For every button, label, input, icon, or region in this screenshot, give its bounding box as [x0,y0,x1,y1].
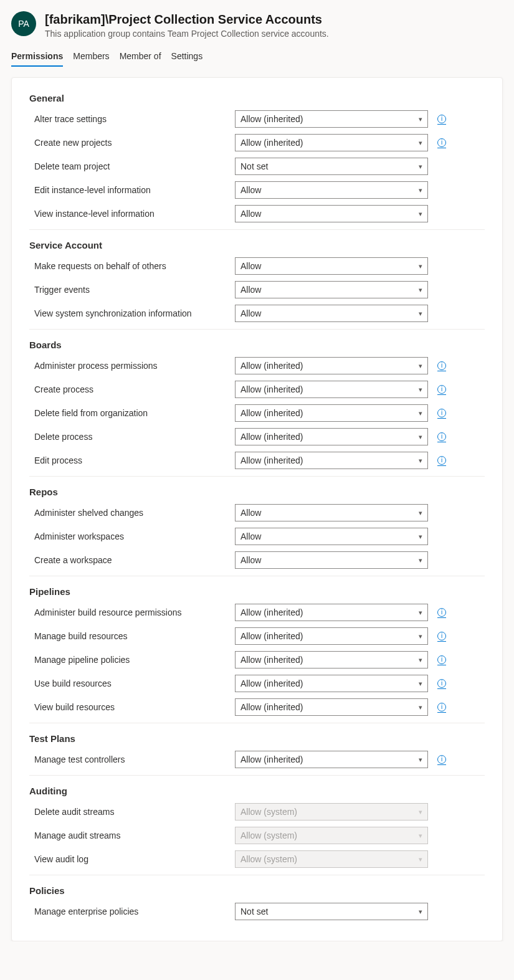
info-wrap: i [434,755,449,764]
chevron-down-icon: ▾ [419,386,422,394]
permission-select[interactable]: Allow▾ [235,504,428,521]
permission-select[interactable]: Allow (inherited)▾ [235,357,428,374]
chevron-down-icon: ▾ [419,310,422,318]
permission-select[interactable]: Allow (inherited)▾ [235,675,428,692]
permission-label: Alter trace settings [29,114,229,124]
info-icon[interactable]: i [437,385,446,394]
permission-select[interactable]: Allow (inherited)▾ [235,627,428,645]
info-icon[interactable]: i [437,703,446,711]
section-title: Test Plans [29,723,485,748]
info-icon[interactable]: i [437,632,446,640]
permission-value: Allow (system) [240,807,297,817]
chevron-down-icon: ▾ [419,409,422,417]
permission-row: View instance-level informationAllow▾ [29,202,485,226]
permission-row: Manage pipeline policiesAllow (inherited… [29,648,485,672]
permission-select[interactable]: Allow▾ [235,305,428,322]
permission-row: Create new projectsAllow (inherited)▾i [29,131,485,155]
info-icon[interactable]: i [437,432,446,441]
permission-select[interactable]: Allow (inherited)▾ [235,452,428,469]
info-icon[interactable]: i [437,608,446,617]
permission-value: Allow (inherited) [240,361,303,371]
info-icon[interactable]: i [437,115,446,123]
info-wrap: i [434,456,449,465]
permission-value: Allow [240,531,261,541]
tabs: PermissionsMembersMember ofSettings [11,46,503,66]
info-icon[interactable]: i [437,361,446,370]
info-icon[interactable]: i [437,679,446,688]
permission-row: Trigger eventsAllow▾ [29,278,485,302]
permission-select[interactable]: Allow (inherited)▾ [235,404,428,422]
permission-select[interactable]: Allow (inherited)▾ [235,381,428,398]
permission-label: Delete field from organization [29,408,229,418]
info-icon[interactable]: i [437,409,446,417]
section-title: Boards [29,330,485,354]
permission-select[interactable]: Allow▾ [235,205,428,222]
permission-row: Administer build resource permissionsAll… [29,601,485,624]
permission-label: Delete process [29,432,229,442]
permission-row: Administer process permissionsAllow (inh… [29,354,485,378]
info-wrap: i [434,138,449,147]
tab-member-of[interactable]: Member of [120,46,161,66]
permission-label: Manage audit streams [29,830,229,840]
info-icon[interactable]: i [437,755,446,764]
info-icon[interactable]: i [437,138,446,147]
permission-select[interactable]: Allow▾ [235,551,428,569]
permission-select[interactable]: Allow (inherited)▾ [235,134,428,151]
permission-row: Alter trace settingsAllow (inherited)▾i [29,107,485,131]
permission-label: View build resources [29,702,229,712]
permission-label: Trigger events [29,285,229,295]
permission-select[interactable]: Not set▾ [235,903,428,920]
permission-select[interactable]: Allow (inherited)▾ [235,110,428,128]
permission-value: Allow [240,209,261,219]
chevron-down-icon: ▾ [419,186,422,194]
permission-select: Allow (system)▾ [235,827,428,844]
permission-value: Allow (inherited) [240,114,303,124]
info-icon[interactable]: i [437,456,446,465]
permission-select[interactable]: Allow (inherited)▾ [235,428,428,445]
permission-row: Manage audit streamsAllow (system)▾ [29,824,485,847]
permission-select: Allow (system)▾ [235,850,428,868]
permission-select[interactable]: Allow▾ [235,181,428,199]
info-wrap: i [434,608,449,617]
chevron-down-icon: ▾ [419,457,422,465]
permission-select[interactable]: Allow▾ [235,528,428,545]
info-wrap: i [434,385,449,394]
permission-select: Allow (system)▾ [235,803,428,821]
permission-value: Allow (inherited) [240,455,303,465]
permission-row: Edit instance-level informationAllow▾ [29,178,485,202]
permission-label: Manage enterprise policies [29,906,229,916]
permission-select[interactable]: Allow (inherited)▾ [235,698,428,716]
tab-members[interactable]: Members [73,46,109,66]
permission-select[interactable]: Allow (inherited)▾ [235,604,428,621]
chevron-down-icon: ▾ [419,808,422,816]
permission-value: Allow (system) [240,854,297,864]
permission-label: Administer shelved changes [29,508,229,518]
section-title: Policies [29,875,485,900]
permission-label: Create a workspace [29,555,229,565]
permission-value: Allow [240,555,261,565]
tab-settings[interactable]: Settings [171,46,203,66]
tab-permissions[interactable]: Permissions [11,46,63,66]
permission-select[interactable]: Allow (inherited)▾ [235,751,428,768]
permission-select[interactable]: Allow▾ [235,257,428,275]
info-icon[interactable]: i [437,655,446,664]
permission-row: View build resourcesAllow (inherited)▾i [29,695,485,719]
permission-row: Create a workspaceAllow▾ [29,548,485,572]
permission-value: Not set [240,906,268,916]
permission-label: Edit process [29,455,229,465]
permission-select[interactable]: Not set▾ [235,158,428,175]
chevron-down-icon: ▾ [419,680,422,688]
permission-select[interactable]: Allow▾ [235,281,428,298]
info-wrap: i [434,409,449,417]
permission-value: Allow [240,261,261,271]
permission-row: Create processAllow (inherited)▾i [29,378,485,401]
chevron-down-icon: ▾ [419,433,422,441]
chevron-down-icon: ▾ [419,632,422,640]
info-wrap: i [434,655,449,664]
page-title: [fabrikam]\Project Collection Service Ac… [45,11,329,27]
permission-value: Not set [240,161,268,171]
permission-select[interactable]: Allow (inherited)▾ [235,651,428,668]
section-title: Pipelines [29,576,485,601]
permission-row: Manage build resourcesAllow (inherited)▾… [29,624,485,648]
permission-value: Allow (inherited) [240,655,303,665]
